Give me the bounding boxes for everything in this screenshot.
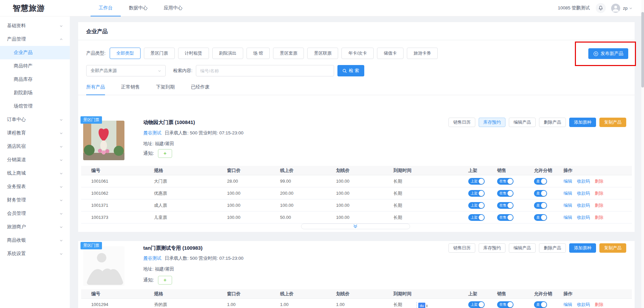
add-notice-button[interactable]: + — [158, 149, 172, 158]
edit-link[interactable]: 编辑 — [564, 202, 572, 208]
add-ticket-type-button[interactable]: 添加票种 — [569, 243, 596, 253]
stock-reserve-button[interactable]: 库存预约 — [479, 118, 505, 127]
expand-more-button[interactable] — [301, 224, 410, 229]
type-btn-annual-card[interactable]: 年卡/次卡 — [341, 48, 374, 59]
tab-expired[interactable]: 下架到期 — [156, 84, 175, 95]
sale-toggle[interactable]: 在售 — [497, 301, 514, 308]
sidebar-item-goods-specialty[interactable]: 商品特产 — [0, 59, 70, 73]
copy-product-button[interactable]: 复制产品 — [599, 243, 626, 253]
sidebar-item-online-mall[interactable]: 线上商城 — [0, 167, 70, 180]
add-notice-button[interactable]: + — [158, 276, 172, 285]
user-name[interactable]: zp — [623, 6, 628, 11]
sales-calendar-button[interactable]: 销售日历 — [448, 243, 475, 253]
edit-link[interactable]: 编辑 — [564, 178, 572, 184]
delete-link[interactable]: 删除 — [595, 214, 603, 221]
topnav-data-center[interactable]: 数据中心 — [121, 0, 156, 16]
payment-code-link[interactable]: 收款码 — [577, 302, 590, 308]
sales-calendar-button[interactable]: 销售日历 — [448, 118, 475, 127]
user-avatar[interactable] — [611, 4, 620, 13]
type-btn-travel-voucher[interactable]: 旅游卡券 — [407, 48, 438, 59]
merchant-link[interactable]: 麓谷测试 — [143, 256, 161, 261]
payment-code-link[interactable]: 收款码 — [577, 214, 590, 221]
sidebar-item-product-mgmt[interactable]: 产品管理 — [0, 33, 70, 46]
sidebar-item-basic-info[interactable]: 基础资料 — [0, 19, 70, 33]
type-btn-stored-card[interactable]: 储值卡 — [377, 48, 404, 59]
divider — [78, 40, 635, 40]
sidebar-item-finance[interactable]: 财务管理 — [0, 193, 70, 207]
search-input[interactable] — [196, 65, 334, 76]
distribution-toggle[interactable]: 是 — [534, 190, 547, 197]
sidebar-item-business-report[interactable]: 业务报表 — [0, 180, 70, 193]
sidebar-item-order-center[interactable]: 订单中心 — [0, 113, 70, 126]
payment-code-link[interactable]: 收款码 — [577, 202, 590, 208]
notification-bell-icon[interactable] — [596, 3, 606, 13]
shelf-toggle[interactable]: 上架 — [468, 202, 485, 209]
sidebar-item-system-settings[interactable]: 系统设置 — [0, 247, 70, 260]
sidebar-item-pos[interactable]: 商品收银 — [0, 234, 70, 247]
type-btn-all[interactable]: 全部类型 — [110, 48, 141, 59]
search-button[interactable]: 检 索 — [337, 65, 364, 76]
stock-reserve-button[interactable]: 库存预约 — [479, 243, 505, 253]
product-meta-line: 麓谷测试日承载人数: 500 营业时间: 07:15-23:00 — [143, 130, 244, 136]
du-translate-badge[interactable]: du ▴▾ — [417, 302, 428, 308]
type-btn-theater-show[interactable]: 剧院演出 — [212, 48, 243, 59]
tab-on-sale[interactable]: 正常销售 — [121, 84, 140, 95]
shelf-toggle[interactable]: 上架 — [468, 301, 485, 308]
edit-link[interactable]: 编辑 — [564, 190, 572, 196]
shelf-toggle[interactable]: 上架 — [468, 214, 485, 221]
sidebar-item-member[interactable]: 会员管理 — [0, 207, 70, 220]
delete-link[interactable]: 删除 — [595, 302, 603, 308]
sidebar-item-tourism-merchant[interactable]: 旅游商户 — [0, 220, 70, 234]
payment-code-link[interactable]: 收款码 — [577, 178, 590, 184]
distribution-toggle[interactable]: 是 — [534, 301, 547, 308]
sale-toggle[interactable]: 在售 — [497, 178, 514, 185]
topnav-app-center[interactable]: 应用中心 — [156, 0, 191, 16]
topnav-workbench[interactable]: 工作台 — [91, 0, 121, 16]
type-btn-scenic-ticket[interactable]: 景区门票 — [144, 48, 175, 59]
copy-product-button[interactable]: 复制产品 — [599, 118, 626, 127]
sidebar-item-hotel[interactable]: 酒店民宿 — [0, 140, 70, 153]
delete-product-button[interactable]: 删除产品 — [539, 118, 566, 127]
edit-link[interactable]: 编辑 — [564, 214, 572, 221]
distribution-toggle[interactable]: 是 — [534, 202, 547, 209]
double-chevron-down-icon — [354, 225, 358, 228]
product-source-select[interactable]: 全部产品来源 — [86, 65, 166, 76]
type-btn-venue[interactable]: 场 馆 — [247, 48, 270, 59]
delete-link[interactable]: 删除 — [595, 202, 603, 208]
sidebar-item-distribution[interactable]: 分销渠道 — [0, 153, 70, 167]
edit-link[interactable]: 编辑 — [564, 302, 572, 308]
chevron-down-icon — [59, 158, 63, 162]
delete-product-button[interactable]: 删除产品 — [539, 243, 566, 253]
sidebar-item-goods-stock[interactable]: 商品库存 — [0, 73, 70, 86]
sale-toggle[interactable]: 在售 — [497, 214, 514, 221]
type-btn-scenic-combo[interactable]: 景区联票 — [307, 48, 338, 59]
user-menu-chevron-down-icon[interactable] — [629, 6, 633, 10]
type-btn-timed-rental[interactable]: 计时租赁 — [178, 48, 209, 59]
tenant-label: 10085 管鹏测试 — [558, 5, 590, 11]
tab-all-products[interactable]: 所有产品 — [86, 84, 105, 95]
sidebar-item-theater[interactable]: 剧院剧场 — [0, 86, 70, 100]
add-ticket-type-button[interactable]: 添加票种 — [569, 118, 596, 127]
shelf-toggle[interactable]: 上架 — [468, 178, 485, 185]
sidebar-item-enterprise-product[interactable]: 企业产品 — [0, 46, 70, 59]
sale-toggle[interactable]: 在售 — [497, 190, 514, 197]
publish-new-product-button[interactable]: 发布新产品 — [588, 48, 629, 59]
delete-link[interactable]: 删除 — [595, 178, 603, 184]
sale-toggle[interactable]: 在售 — [497, 202, 514, 209]
merchant-link[interactable]: 麓谷测试 — [143, 130, 161, 135]
page-scrollbar[interactable] — [641, 0, 644, 308]
delete-link[interactable]: 删除 — [595, 190, 603, 196]
shelf-toggle[interactable]: 上架 — [468, 190, 485, 197]
sidebar-item-venue-mgmt[interactable]: 场馆管理 — [0, 100, 70, 113]
distribution-toggle[interactable]: 是 — [534, 214, 547, 221]
edit-product-button[interactable]: 编辑产品 — [509, 118, 536, 127]
scrollbar-thumb[interactable] — [641, 12, 644, 87]
stepper-arrows[interactable]: ▴▾ — [426, 304, 428, 307]
payment-code-link[interactable]: 收款码 — [577, 190, 590, 196]
sidebar-item-course-edu[interactable]: 课程教育 — [0, 126, 70, 140]
notice-row: 通知: + — [143, 149, 244, 158]
distribution-toggle[interactable]: 是 — [534, 178, 547, 185]
type-btn-scenic-package[interactable]: 景区套票 — [273, 48, 304, 59]
edit-product-button[interactable]: 编辑产品 — [509, 243, 536, 253]
tab-voided[interactable]: 已经作废 — [191, 84, 210, 95]
